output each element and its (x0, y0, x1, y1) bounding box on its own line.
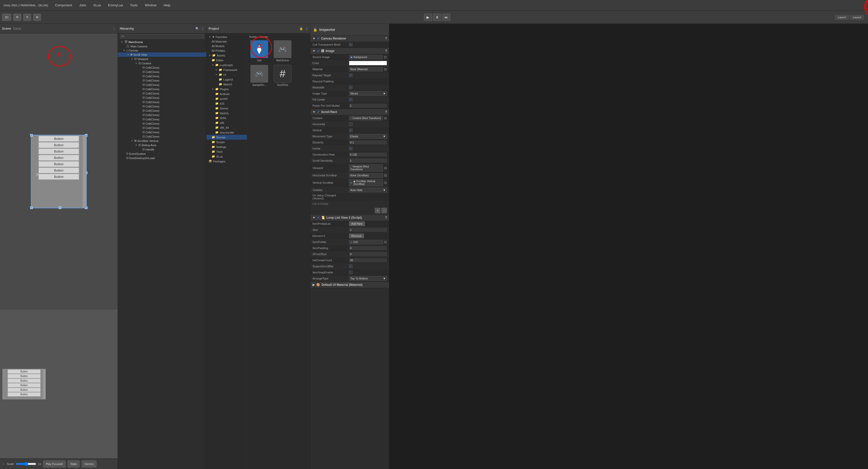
scene-button-4[interactable]: Button (38, 155, 79, 161)
maskable-checkbox[interactable]: ✓ (349, 86, 352, 89)
luascripts-folder[interactable]: ▼ 📁 LuaScripts (207, 63, 247, 67)
menu-help[interactable]: Help (162, 2, 172, 8)
x86-folder[interactable]: 📁 x86 (207, 120, 247, 125)
layers-dropdown[interactable]: Layers (835, 15, 849, 20)
plugins-folder[interactable]: ▼ 📁 Plugins (207, 87, 247, 91)
item-prefab-circle-btn[interactable]: ⊙ (384, 240, 387, 244)
horiz-scrollbar-value[interactable]: None (Scrollbar) (349, 173, 383, 178)
framework-folder[interactable]: ▼ 📁 Framework (207, 67, 247, 72)
hierarchy-item-eventsystem[interactable]: ⊙ EventSystem (118, 152, 206, 156)
scene-button-1[interactable]: Button (38, 136, 79, 142)
item-snap-checkbox[interactable] (349, 271, 352, 274)
hierarchy-item-cell7[interactable]: ⊡ Cell(Clone) (118, 91, 206, 96)
layout-dropdown[interactable]: Layout (850, 15, 864, 20)
menu-jobs[interactable]: Jobs (78, 2, 87, 8)
mini-button-2[interactable]: Button (8, 374, 40, 378)
raycast-target-checkbox[interactable]: ✓ (349, 73, 352, 77)
loop-list-checkbox[interactable]: ✓ (317, 216, 319, 219)
deceleration-rate-value[interactable]: 0.135 (349, 153, 387, 157)
menu-emmylua[interactable]: EmmyLua (106, 2, 124, 8)
image-help-icon[interactable]: ? (385, 49, 387, 53)
arm64-folder[interactable]: 📁 arm64 (207, 96, 247, 101)
plus-btn[interactable]: + (375, 208, 380, 213)
vert-scrollbar-circle-btn[interactable]: ⊙ (384, 181, 387, 185)
asset-samplescene[interactable]: 🎮 SampleSc... (249, 65, 270, 86)
hierarchy-item-cell17[interactable]: ⊡ Cell(Clone) (118, 134, 206, 138)
inertia-checkbox[interactable]: ✓ (349, 147, 352, 150)
hierarchy-search-icon[interactable]: 🔍 (195, 27, 199, 30)
mini-button-6[interactable]: Button (8, 392, 40, 397)
canvas-renderer-checkbox[interactable]: ✓ (317, 37, 319, 40)
scroll-rect-header[interactable]: ▼ ✓ Scroll Rect ? (310, 109, 389, 115)
menu-tools[interactable]: Tools (128, 2, 139, 8)
hierarchy-item-cell10[interactable]: ⊡ Cell(Clone) (118, 104, 206, 108)
arrange-type-dropdown[interactable]: Top To Bottom ▼ (349, 276, 387, 281)
image-section-header[interactable]: ▼ ✓ 🖼 Image ? (310, 48, 389, 54)
content-value[interactable]: :: Content (Rect Transform) (349, 116, 383, 120)
xlua-bundle-folder[interactable]: 📁 xlua.bundle (207, 130, 247, 135)
scene-button-2[interactable]: Button (38, 142, 79, 148)
horizontal-checkbox[interactable] (349, 122, 352, 126)
hierarchy-item-viewport[interactable]: ▼ ⊡ Viewport (118, 57, 206, 61)
hierarchy-item-mainscene[interactable]: ▼ 🎬 MainScene (118, 40, 206, 44)
hierarchy-item-cell16[interactable]: ⊡ Cell(Clone) (118, 130, 206, 134)
hierarchy-item-cell6[interactable]: ⊡ Cell(Clone) (118, 87, 206, 91)
scene-view[interactable]: 1 ✕ Button Button Button Button Button (0, 33, 118, 458)
xpos-offset-value[interactable]: 0 (349, 252, 387, 256)
movement-type-dropdown[interactable]: Elastic ▼ (349, 134, 387, 138)
hierarchy-item-content[interactable]: ▼ ⊡ Content (118, 61, 206, 65)
menu-component[interactable]: Component (54, 2, 73, 8)
play-focused-btn[interactable]: Play Focused (43, 460, 66, 467)
scene-tab[interactable]: Scene (2, 27, 11, 30)
asset-mainscene[interactable]: 🎮 MainScene (273, 40, 293, 62)
hierarchy-search-input[interactable] (120, 34, 204, 38)
hierarchy-item-canvas[interactable]: ▼ □ Canvas (118, 49, 206, 53)
hierarchy-item-cell12[interactable]: ⊡ Cell(Clone) (118, 113, 206, 117)
menu-window[interactable]: Window (143, 2, 158, 8)
sirenix-folder[interactable]: 📁 Sirenix (207, 106, 247, 111)
all-materials-item[interactable]: All Materials (207, 39, 247, 44)
all-models-item[interactable]: All Models (207, 44, 247, 49)
third-folder[interactable]: 📁 Third (207, 149, 247, 154)
visibility-dropdown[interactable]: Auto Hide ▼ (349, 188, 387, 192)
default-ui-material-header[interactable]: ▶ 🎨 Default UI Material (Material) (310, 282, 389, 288)
scroll-rect-help-icon[interactable]: ? (385, 110, 387, 114)
hierarchy-item-cell15[interactable]: ⊡ Cell(Clone) (118, 126, 206, 130)
hierarchy-item-cell9[interactable]: ⊡ Cell(Clone) (118, 100, 206, 104)
elasticity-value[interactable]: 0.1 (349, 140, 387, 145)
settings-folder[interactable]: 📁 Settings (207, 145, 247, 149)
webgl-folder[interactable]: 📁 WebGL (207, 111, 247, 116)
cull-transparent-checkbox[interactable]: ✓ (349, 43, 352, 46)
scene-button-5[interactable]: Button (38, 161, 79, 167)
menu-xlua[interactable]: XLua (92, 2, 102, 8)
xlua-folder[interactable]: 📁 XLua (207, 154, 247, 159)
vert-scrollbar-value[interactable]: ⊙ ◉ Scrollbar Vertical (Scrollbar) (349, 179, 383, 186)
loop-list-header[interactable]: ▼ ✓ 📜 Loop List View 2 (Script) ? 3 (310, 215, 389, 221)
scroll-sensitivity-value[interactable]: 1 (349, 159, 387, 163)
loop-list-help-icon[interactable]: ? (385, 216, 387, 219)
hierarchy-item-cell5[interactable]: ⊡ Cell(Clone) (118, 83, 206, 87)
android-folder[interactable]: 📁 Android (207, 91, 247, 96)
canvas-renderer-header[interactable]: ▼ ✓ Canvas Renderer ? (310, 35, 389, 41)
add-new-button[interactable]: Add New (349, 221, 365, 226)
init-create-value[interactable]: 20 (349, 258, 387, 262)
size-value[interactable]: 1 (349, 228, 387, 232)
hierarchy-item-maincamera[interactable]: 🎥 Main Camera (118, 44, 206, 49)
color-swatch[interactable] (349, 61, 387, 65)
packages-folder[interactable]: 📦 Packages (207, 159, 247, 164)
stats-btn[interactable]: Stats (68, 460, 80, 467)
gizmos-btn[interactable]: Gizmos (82, 460, 97, 467)
play-button[interactable]: ▶ (424, 14, 432, 21)
item-prefab-value[interactable]: ⊙ Cell (349, 240, 383, 244)
ui-folder[interactable]: ▼ 📁 UI (207, 72, 247, 77)
hierarchy-item-scrollview[interactable]: ▼ ⊞ Scroll View (118, 53, 206, 57)
minus-btn[interactable]: − (381, 208, 387, 213)
scene-options-icon[interactable]: ⋮ (113, 27, 116, 30)
support-scrollbar-checkbox[interactable]: ✓ (349, 264, 352, 268)
game-tab[interactable]: Game (13, 27, 21, 30)
hierarchy-item-handle[interactable]: ⊡ Handle (118, 147, 206, 152)
image-type-dropdown[interactable]: Sliced ▼ (349, 91, 387, 96)
scene-button-7[interactable]: Button (38, 174, 79, 180)
source-image-value[interactable]: ▣ Background (349, 55, 383, 59)
hierarchy-item-sliding-area[interactable]: ▼ ⊡ Sliding Area (118, 143, 206, 147)
